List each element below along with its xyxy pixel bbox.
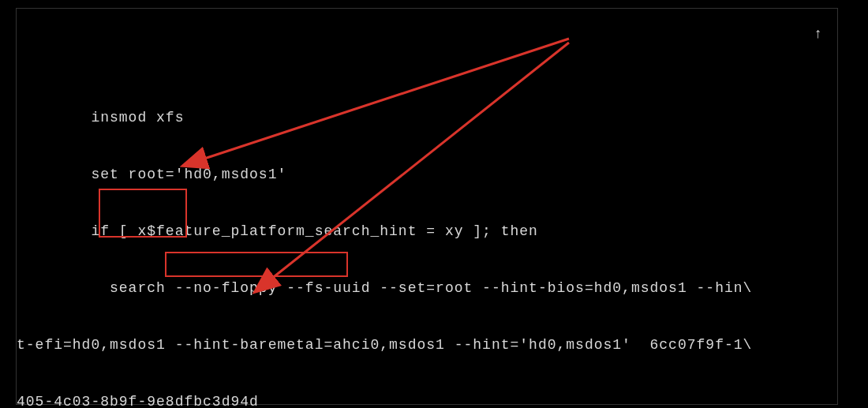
annotation-box-init-bin-sh [165, 252, 348, 277]
scroll-up-icon: ↑ [814, 24, 823, 43]
grub-line: t-efi=hd0,msdos1 --hint-baremetal=ahci0,… [17, 335, 837, 354]
grub-line: search --no-floppy --fs-uuid --set=root … [17, 279, 837, 298]
arrow-to-linux16 [202, 39, 569, 159]
grub-line: 405-4c03-8b9f-9e8dfbc3d94d [17, 392, 837, 408]
grub-editor-terminal[interactable]: ↑ insmod xfs set root='hd0,msdos1' if [ … [16, 8, 838, 405]
grub-line: set root='hd0,msdos1' [17, 165, 837, 184]
grub-line: if [ x$feature_platform_search_hint = xy… [17, 222, 837, 241]
grub-line: insmod xfs [17, 108, 837, 127]
arrow-to-init [271, 43, 569, 279]
